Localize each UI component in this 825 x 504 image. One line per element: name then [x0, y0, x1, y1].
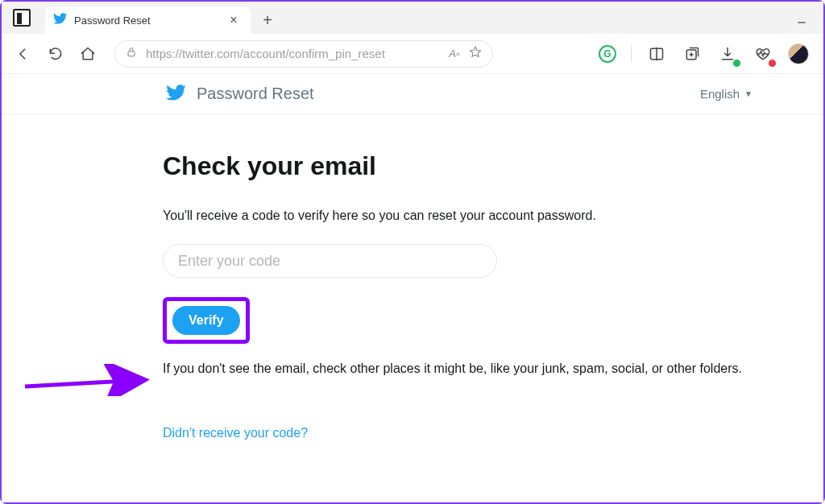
language-selector[interactable]: English ▼: [700, 87, 752, 101]
svg-line-7: [25, 380, 142, 386]
reader-mode-icon[interactable]: A»: [449, 48, 460, 60]
download-complete-badge: [732, 59, 741, 68]
heading: Check your email: [163, 151, 823, 181]
divider: [631, 45, 632, 63]
performance-icon[interactable]: [752, 43, 773, 64]
code-input[interactable]: [163, 244, 497, 278]
annotation-arrow: [21, 364, 150, 412]
refresh-button[interactable]: [45, 43, 66, 64]
browser-tab[interactable]: Password Reset ×: [45, 6, 251, 34]
favorite-icon[interactable]: [468, 45, 483, 63]
language-label: English: [700, 87, 740, 101]
home-button[interactable]: [77, 43, 98, 64]
tab-strip: Password Reset × +: [2, 2, 823, 34]
collections-icon[interactable]: [682, 43, 703, 64]
browser-window: Password Reset × + https://twitter.com/a…: [0, 0, 825, 504]
close-tab-icon[interactable]: ×: [225, 13, 243, 27]
back-button[interactable]: [13, 43, 34, 64]
page-header: Password Reset English ▼: [2, 74, 823, 114]
resend-code-link[interactable]: Didn't receive your code?: [163, 426, 308, 440]
downloads-icon[interactable]: [717, 43, 738, 64]
browser-toolbar: https://twitter.com/account/confirm_pin_…: [2, 34, 823, 74]
twitter-bird-icon: [166, 82, 187, 106]
chevron-down-icon: ▼: [744, 89, 752, 98]
lead-text: You'll receive a code to verify here so …: [163, 209, 823, 223]
twitter-bird-icon: [53, 11, 68, 29]
lock-icon: [125, 46, 138, 62]
address-bar[interactable]: https://twitter.com/account/confirm_pin_…: [114, 40, 493, 68]
profile-avatar[interactable]: [788, 43, 809, 64]
main-content: Check your email You'll receive a code t…: [2, 114, 823, 502]
verify-button[interactable]: Verify: [172, 306, 240, 335]
split-screen-icon[interactable]: [646, 43, 667, 64]
alert-badge: [768, 59, 777, 68]
minimize-window-button[interactable]: [788, 11, 815, 34]
tab-title: Password Reset: [74, 14, 218, 27]
note-text: If you don't see the email, check other …: [163, 360, 759, 378]
new-tab-button[interactable]: +: [255, 8, 280, 32]
grammarly-icon[interactable]: G: [599, 45, 616, 63]
toolbar-right-icons: G: [599, 43, 812, 64]
url-text: https://twitter.com/account/confirm_pin_…: [146, 47, 441, 60]
svg-rect-1: [128, 51, 135, 56]
annotation-highlight: Verify: [163, 297, 250, 344]
tab-manager-icon[interactable]: [13, 9, 31, 27]
page-title: Password Reset: [197, 85, 314, 103]
